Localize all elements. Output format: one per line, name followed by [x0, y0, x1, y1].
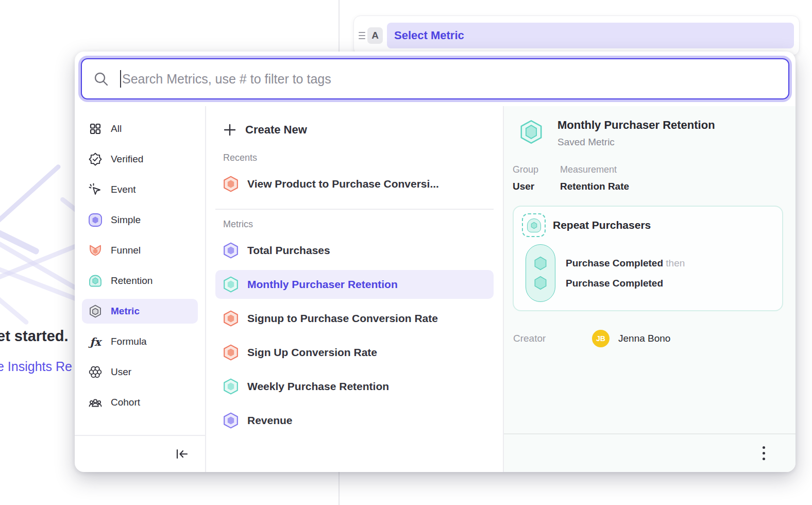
search-icon	[93, 71, 109, 87]
funnel-metric-hexagon-icon	[223, 176, 239, 192]
metric-item-label: Sign Up Conversion Rate	[247, 346, 377, 359]
select-metric-label: Select Metric	[394, 29, 464, 42]
purple-metric-hexagon-icon	[223, 412, 239, 429]
sidebar-item-label: All	[111, 123, 122, 134]
sidebar-item-label: Cohort	[111, 397, 140, 408]
sidebar-item-label: Retention	[111, 275, 153, 287]
metric-item-signup-to-purchase[interactable]: Signup to Purchase Conversion Rate	[215, 304, 494, 333]
recent-item-label: View Product to Purchase Conversi...	[247, 178, 439, 190]
purple-metric-hexagon-icon	[223, 242, 239, 259]
event-cursor-icon	[89, 183, 102, 196]
metric-item-monthly-purchaser-retention[interactable]: Monthly Purchaser Retention	[215, 270, 494, 299]
decorative-lines	[0, 164, 77, 344]
definition-name: Repeat Purchasers	[553, 219, 651, 231]
metric-item-label: Revenue	[247, 414, 293, 427]
metric-item-revenue[interactable]: Revenue	[215, 406, 494, 435]
sidebar-item-event[interactable]: Event	[82, 177, 198, 202]
background-insights-link-fragment[interactable]: e Insights Re	[0, 359, 72, 374]
sidebar-item-formula[interactable]: ƒx Formula	[82, 329, 198, 354]
metric-list-panel: Create New Recents View Product to Purch…	[206, 106, 504, 472]
measurement-value: Retention Rate	[560, 181, 629, 192]
create-new-label: Create New	[245, 123, 307, 137]
sidebar-item-metric[interactable]: Metric	[82, 299, 198, 324]
metrics-header: Metrics	[215, 219, 494, 230]
salmon-metric-hexagon-icon	[223, 344, 239, 361]
event-hexagon-icon	[533, 276, 548, 290]
metric-item-label: Total Purchases	[247, 244, 330, 257]
sidebar-item-funnel[interactable]: Funnel	[82, 238, 198, 263]
retention-icon	[89, 274, 102, 288]
recents-header: Recents	[215, 153, 494, 163]
metric-hexagon-icon	[89, 305, 102, 318]
create-new-button[interactable]: Create New	[215, 116, 494, 143]
creator-avatar: JB	[592, 330, 610, 347]
background-heading-fragment: et started.	[0, 328, 69, 345]
metric-item-label: Monthly Purchaser Retention	[247, 278, 398, 291]
teal-metric-hexagon-icon	[223, 276, 239, 293]
salmon-metric-hexagon-icon	[223, 310, 239, 327]
creator-label: Creator	[513, 333, 592, 344]
measurement-label: Measurement	[560, 164, 629, 175]
creator-row: Creator JB Jenna Bono	[513, 330, 783, 347]
search-bar[interactable]	[81, 58, 789, 99]
detail-title: Monthly Purchaser Retention	[557, 119, 715, 132]
group-label: Group	[513, 164, 548, 175]
sidebar-item-label: User	[111, 366, 131, 378]
sidebar-item-verified[interactable]: Verified	[82, 147, 198, 172]
creator-name: Jenna Bono	[618, 333, 670, 344]
definition-step-1: Purchase Completed then	[566, 258, 685, 269]
sidebar-item-cohort[interactable]: Cohort	[82, 390, 198, 415]
collapse-left-icon	[175, 448, 189, 460]
list-divider	[215, 209, 494, 210]
sidebar-item-label: Simple	[111, 214, 141, 226]
search-input[interactable]	[122, 72, 777, 87]
metric-item-weekly-purchase-retention[interactable]: Weekly Purchase Retention	[215, 372, 494, 401]
sidebar-item-label: Event	[111, 184, 136, 195]
more-options-button[interactable]	[754, 444, 773, 463]
teal-metric-hexagon-icon	[223, 378, 239, 395]
block-letter-badge: A	[367, 27, 383, 44]
sidebar-item-simple[interactable]: Simple	[82, 208, 198, 232]
text-caret	[120, 70, 121, 88]
event-hexagon-icon	[533, 256, 548, 271]
detail-footer	[504, 433, 796, 472]
simple-icon	[89, 213, 102, 227]
formula-icon: ƒx	[89, 335, 102, 348]
detail-teal-hexagon-icon	[519, 120, 543, 144]
sidebar-item-label: Formula	[111, 336, 147, 347]
sidebar-item-all[interactable]: All	[82, 116, 198, 141]
drag-handle-icon[interactable]	[357, 32, 366, 39]
event-sequence-capsule	[526, 244, 555, 302]
group-value: User	[513, 181, 548, 192]
plus-icon	[223, 123, 236, 137]
sidebar-item-label: Verified	[111, 154, 143, 165]
detail-subtitle: Saved Metric	[557, 137, 715, 148]
verified-badge-icon	[89, 153, 102, 166]
cohort-icon	[89, 396, 102, 409]
sidebar-item-label: Funnel	[111, 245, 141, 256]
query-builder-row: A Select Metric	[353, 15, 800, 56]
category-sidebar: All Verified	[75, 106, 206, 472]
definition-card: Repeat Purchasers	[513, 206, 783, 311]
metric-item-label: Signup to Purchase Conversion Rate	[247, 312, 438, 325]
recent-item[interactable]: View Product to Purchase Conversi...	[215, 170, 494, 198]
sidebar-item-user[interactable]: User	[82, 360, 198, 384]
sidebar-item-retention[interactable]: Retention	[82, 268, 198, 293]
definition-step-2: Purchase Completed	[566, 278, 685, 289]
grid-icon	[89, 122, 102, 136]
metric-detail-panel: Monthly Purchaser Retention Saved Metric…	[504, 106, 796, 472]
funnel-icon	[89, 244, 102, 257]
metric-item-label: Weekly Purchase Retention	[247, 380, 389, 393]
metric-picker-modal: All Verified	[75, 52, 796, 472]
user-icon	[89, 365, 102, 379]
collapse-sidebar-button[interactable]	[172, 444, 192, 464]
retention-definition-icon	[522, 213, 546, 237]
sidebar-footer	[75, 435, 205, 472]
metric-item-total-purchases[interactable]: Total Purchases	[215, 236, 494, 265]
then-connector: then	[666, 258, 685, 268]
sidebar-item-label: Metric	[111, 306, 140, 317]
select-metric-button[interactable]: Select Metric	[387, 23, 794, 48]
metric-item-sign-up-conversion[interactable]: Sign Up Conversion Rate	[215, 338, 494, 367]
